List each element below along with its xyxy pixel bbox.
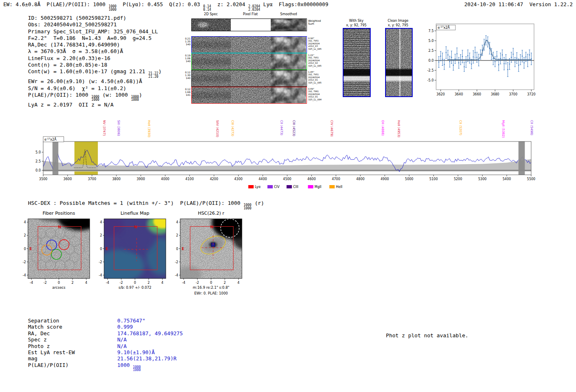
match-table-row: Separation0.757647"	[28, 318, 183, 324]
svg-text:0: 0	[134, 281, 136, 285]
match-row-value: 21.56(21.38,21.79)R	[117, 355, 177, 362]
emission-line-label: CIII (4523)	[292, 120, 296, 136]
svg-text:4200: 4200	[210, 177, 218, 181]
fiber-2d-strip	[191, 53, 307, 70]
svg-text:2: 2	[148, 281, 150, 285]
emission-line-label: CII (5207)	[459, 120, 462, 135]
stacked-fraction: 0.140.14	[203, 5, 211, 11]
match-row-value: 0.757647"	[117, 318, 145, 324]
weighted-smoothed-image	[271, 19, 306, 31]
spec2d-image-segment	[271, 37, 306, 53]
stacked-fraction: 10001000	[244, 204, 251, 210]
fiber-positions-cutout: NE-4-4-2-2002244	[19, 216, 93, 286]
svg-text:3720: 3720	[527, 93, 535, 96]
svg-text:4500: 4500	[283, 177, 291, 181]
info-line: EWr = 26.00(±9.10) (w: 4.50(±0.68))Å	[28, 78, 162, 85]
match-row-label: RA, Dec	[28, 330, 117, 336]
svg-text:-4: -4	[182, 281, 185, 285]
compass-north: N	[58, 225, 61, 229]
match-table-row: mag21.56(21.38,21.79)R	[28, 355, 183, 362]
svg-text:2: 2	[176, 234, 178, 237]
svg-text:-4: -4	[175, 274, 178, 277]
svg-text:4: 4	[85, 281, 87, 285]
svg-text:4: 4	[237, 281, 239, 285]
with-sky-title: With Sky	[337, 19, 375, 23]
svg-text:4: 4	[24, 220, 26, 224]
compass-east: E	[182, 247, 184, 251]
match-row-value: N/A	[117, 343, 127, 349]
full-spectrum-plot: 3500360037003800390040004100420043004400…	[25, 118, 541, 195]
svg-text:4100: 4100	[186, 177, 194, 181]
svg-text:0: 0	[58, 281, 60, 285]
legend-swatch	[330, 185, 335, 188]
info-line: Cont(w) = 1.60(±0.01)e-17 (gmag 21.21 21…	[28, 68, 162, 78]
info-line: LyA z = 2.0197 OII z = N/A	[28, 102, 162, 108]
spec2d-row: 0.121.661410.69"(92, 786)20240504v012_01…	[183, 87, 331, 104]
elixer-report: EW: 4.6±0.8Å P(LAE)/P(OII): 1000 1000100…	[0, 0, 576, 392]
lineflux-map-cutout: NE-4-4-2-2002244	[95, 216, 169, 286]
compass-east: E	[30, 247, 32, 251]
svg-text:5000: 5000	[405, 177, 413, 181]
svg-text:4400: 4400	[259, 177, 267, 181]
svg-text:-4: -4	[30, 281, 33, 285]
match-row-label: Separation	[28, 318, 117, 324]
stacked-fraction: 21.2221.20	[149, 72, 158, 78]
photz-note: Phot z plot not available.	[386, 332, 468, 339]
svg-text:3600: 3600	[63, 177, 72, 181]
match-row-label: P(LAE)/P(OII)	[28, 362, 117, 368]
svg-text:2: 2	[100, 234, 102, 237]
legend-label: HeII	[336, 185, 343, 189]
svg-text:0.0: 0.0	[428, 59, 434, 63]
svg-text:3700: 3700	[509, 93, 517, 96]
hsc-dex-matches-line: HSC-DEX : Possible Matches = 1 (within +…	[28, 200, 264, 210]
weighted-pixelflat-image	[231, 19, 271, 31]
svg-text:4900: 4900	[381, 177, 389, 181]
spec2d-col-header-2dspec: 2D Spec	[191, 12, 230, 16]
compass-north: N	[134, 225, 137, 229]
svg-text:0: 0	[210, 281, 212, 285]
svg-text:-2.5: -2.5	[427, 69, 434, 72]
svg-text:3680: 3680	[491, 93, 499, 96]
clean-dark-band	[386, 29, 412, 96]
info-line: Obs: 20240504v012_5002598271	[28, 21, 162, 28]
svg-text:5500: 5500	[527, 177, 535, 181]
svg-text:-2: -2	[196, 281, 199, 285]
info-line: λ = 3670.93Å σ = 3.58(±0.60)Å	[28, 48, 162, 55]
info-line: F=2.2" T=0.186 N=1.43 A=0.90 g=24.5	[28, 35, 162, 42]
spec2d-row: 0.211.351400.90"(92, 795)20240504v012_03…	[183, 36, 331, 53]
spec2d-image-segment	[192, 87, 231, 103]
fiber-2d-strip	[191, 36, 307, 53]
emission-line-label: HeII (3930)	[147, 120, 151, 137]
svg-text:3660: 3660	[473, 93, 481, 96]
svg-text:3900: 3900	[137, 177, 145, 181]
spec2d-image-segment	[192, 70, 231, 86]
svg-text:5100: 5100	[430, 177, 438, 181]
svg-text:4700: 4700	[332, 177, 340, 181]
emission-line-label: CII (4473)	[280, 120, 283, 135]
svg-text:4: 4	[176, 220, 178, 224]
emission-line-label: NV (3747)	[102, 120, 106, 136]
info-line: RA,Dec (174.768341,49.649090)	[28, 42, 162, 48]
match-table-row: Match score0.999	[28, 324, 183, 330]
emission-line-label: HeII (4953)	[397, 120, 401, 137]
info-line: S/N = 4.9(±0.6) χ² = 1.1(±0.2)	[28, 85, 162, 92]
svg-text:-5.0: -5.0	[427, 79, 434, 82]
legend-swatch	[249, 185, 254, 188]
spec2d-image-segment	[231, 53, 271, 70]
info-line: Primary Spec_Slot_IFU_AMP: 325_076_044_L…	[28, 28, 162, 35]
emission-blob	[196, 21, 209, 28]
svg-text:-4: -4	[23, 274, 26, 277]
legend-label: MgII	[315, 185, 322, 189]
svg-text:0: 0	[176, 247, 178, 251]
svg-text:4: 4	[100, 220, 102, 224]
with-sky-image	[343, 28, 371, 97]
match-table-row: Est LyA rest-EW9.10(±1.90)Å	[28, 349, 183, 355]
emission-line-label: CIV (4679)	[330, 120, 334, 137]
emission-line-label: SiIV (4210)	[216, 120, 219, 137]
svg-text:-4: -4	[99, 274, 102, 277]
spec2d-image-segment	[192, 53, 231, 70]
spec2d-image-segment	[231, 87, 271, 103]
header-summary: EW: 4.6±0.8Å P(LAE)/P(OII): 1000 1000100…	[3, 1, 328, 11]
flux-units-label: e-17x2Å	[438, 25, 450, 30]
svg-text:4: 4	[161, 281, 163, 285]
